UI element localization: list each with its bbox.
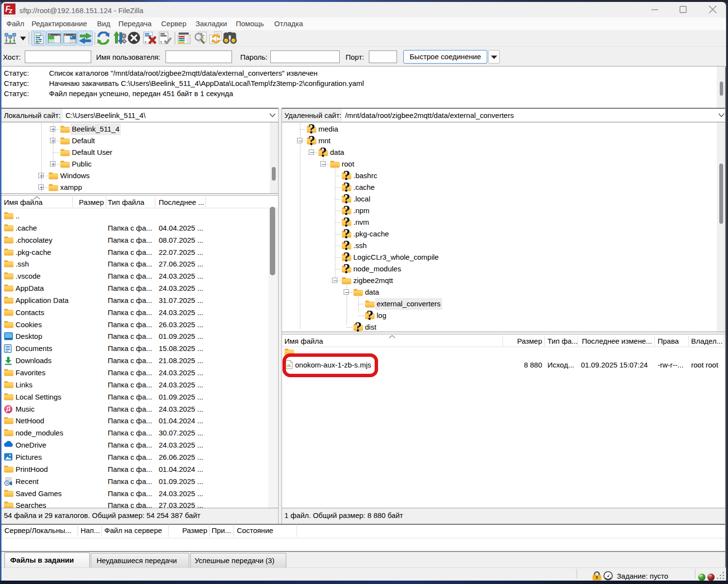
svg-text:z: z (9, 7, 13, 15)
